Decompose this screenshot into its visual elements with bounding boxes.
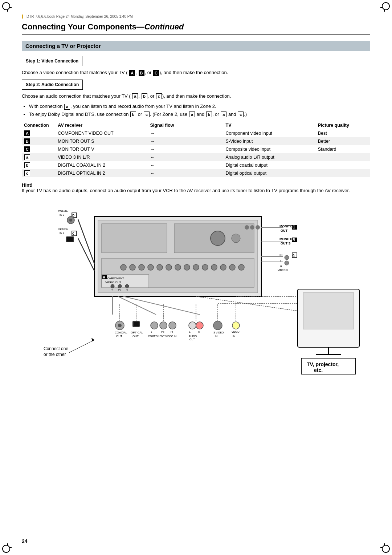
- hint-section: Hint! If your TV has no audio outputs, c…: [22, 182, 370, 193]
- svg-text:L: L: [189, 331, 191, 333]
- svg-point-5: [211, 231, 225, 246]
- table-row: b DIGITAL COAXIAL IN 2 ← Digital coaxial…: [22, 161, 370, 169]
- tv-c: Digital optical output: [224, 169, 316, 177]
- bullet1-badge-a: a: [64, 104, 70, 110]
- svg-text:IN: IN: [279, 253, 282, 256]
- step1-label: Step 1: Video Connection: [22, 56, 82, 66]
- table-row: A COMPONENT VIDEO OUT → Component video …: [22, 129, 370, 138]
- svg-point-18: [193, 264, 199, 270]
- svg-point-17: [184, 264, 190, 270]
- svg-point-47: [285, 261, 289, 265]
- svg-point-28: [118, 284, 122, 288]
- svg-line-66: [118, 296, 156, 315]
- svg-text:c: c: [72, 231, 74, 235]
- quality-c: [316, 169, 370, 177]
- svg-text:COMPONENT: COMPONENT: [105, 277, 124, 280]
- step2-text: Choose an audio connection that matches …: [22, 93, 370, 100]
- svg-point-15: [166, 264, 172, 270]
- svg-text:etc.: etc.: [314, 367, 323, 373]
- svg-point-7: [245, 225, 249, 230]
- svg-point-22: [229, 264, 235, 270]
- circle-mark-br: [382, 545, 390, 553]
- hint-text: If your TV has no audio outputs, connect…: [22, 188, 350, 193]
- table-header-tv: TV: [224, 122, 316, 129]
- svg-text:IN: IN: [215, 335, 217, 337]
- badge-b: b: [142, 93, 147, 99]
- quality-a: [316, 153, 370, 161]
- conn-badge-a: a: [22, 153, 56, 161]
- badge-A: A: [129, 70, 135, 76]
- bullet2-badge-c: c: [144, 112, 150, 117]
- conn-badge-B: B: [22, 137, 56, 145]
- badge-c: c: [156, 93, 162, 99]
- main-heading-text: Connecting Your Components: [22, 22, 136, 31]
- table-header-signal: Signal flow: [148, 122, 224, 129]
- svg-text:VIDEO: VIDEO: [232, 331, 240, 333]
- svg-point-93: [213, 321, 222, 330]
- svg-text:R: R: [280, 265, 282, 268]
- file-info: DTR-7.6,6.6.book Page 24 Monday, Septemb…: [22, 15, 370, 19]
- svg-text:C: C: [293, 225, 295, 229]
- av-receiver-C: MONITOR OUT V: [56, 145, 148, 153]
- svg-text:AUDIO: AUDIO: [189, 335, 197, 337]
- svg-point-46: [285, 255, 289, 260]
- bullet2-badge-b2: b: [206, 112, 212, 117]
- conn-badge-A: A: [22, 129, 56, 138]
- svg-point-27: [111, 284, 114, 288]
- svg-point-81: [160, 322, 167, 329]
- svg-point-29: [125, 284, 129, 288]
- svg-text:Pr: Pr: [171, 331, 173, 333]
- svg-text:COMPONENT VIDEO IN: COMPONENT VIDEO IN: [148, 335, 176, 337]
- svg-text:R: R: [198, 331, 200, 333]
- svg-point-82: [169, 322, 176, 329]
- quality-B: Better: [316, 137, 370, 145]
- svg-text:Pb: Pb: [118, 289, 121, 291]
- svg-text:OUT: OUT: [116, 335, 122, 338]
- svg-text:S VIDEO: S VIDEO: [213, 331, 224, 334]
- signal-flow-arrow-C: →: [148, 145, 224, 153]
- tv-b: Digital coaxial output: [224, 161, 316, 169]
- tv-B: S-Video input: [224, 137, 316, 145]
- svg-text:OUT: OUT: [132, 335, 139, 338]
- page-number: 24: [22, 538, 28, 544]
- svg-rect-62: [67, 237, 73, 242]
- svg-text:B: B: [293, 238, 295, 242]
- svg-text:VIDEO 3: VIDEO 3: [278, 269, 288, 271]
- conn-badge-b: b: [22, 161, 56, 169]
- signal-flow-arrow-A: →: [148, 129, 224, 138]
- svg-point-6: [232, 234, 240, 243]
- signal-flow-arrow-c: ←: [148, 169, 224, 177]
- quality-b: [316, 161, 370, 169]
- svg-line-63: [78, 219, 94, 264]
- svg-point-19: [202, 264, 208, 270]
- conn-badge-c: c: [22, 169, 56, 177]
- svg-text:OPTICAL: OPTICAL: [58, 228, 69, 231]
- circle-mark-bl: [2, 545, 10, 553]
- svg-rect-77: [134, 322, 139, 326]
- svg-text:OUT: OUT: [281, 229, 288, 232]
- svg-point-14: [157, 264, 163, 270]
- table-row: C MONITOR OUT V → Composite video input …: [22, 145, 370, 153]
- section-heading: Connecting a TV or Projector: [22, 41, 370, 51]
- step1-section: Step 1: Video Connection Choose a video …: [22, 56, 370, 76]
- svg-text:Y: Y: [151, 331, 152, 333]
- diagram-area: COMPONENT VIDEO OUT Y Pb Pr A MONITOR OU…: [22, 198, 370, 380]
- svg-point-88: [196, 322, 203, 329]
- svg-text:IN: IN: [233, 335, 235, 337]
- svg-line-67: [123, 296, 200, 315]
- bullet2-badge-a2: a: [189, 112, 195, 117]
- svg-text:TV, projector,: TV, projector,: [307, 361, 339, 367]
- svg-text:Pb: Pb: [161, 331, 164, 333]
- signal-flow-arrow-B: →: [148, 137, 224, 145]
- svg-point-10: [121, 264, 126, 270]
- bullet-1: With connection a, you can listen to and…: [29, 104, 370, 110]
- badge-B: B: [139, 70, 144, 76]
- svg-text:A: A: [103, 275, 105, 279]
- av-receiver-c: DIGITAL OPTICAL IN 2: [56, 169, 148, 177]
- svg-point-20: [211, 264, 217, 270]
- bullet-list: With connection a, you can listen to and…: [29, 104, 370, 117]
- svg-line-117: [69, 340, 94, 353]
- table-header-av: AV receiver: [56, 122, 148, 129]
- svg-point-16: [175, 264, 181, 270]
- connection-table: Connection AV receiver Signal flow TV Pi…: [22, 122, 370, 177]
